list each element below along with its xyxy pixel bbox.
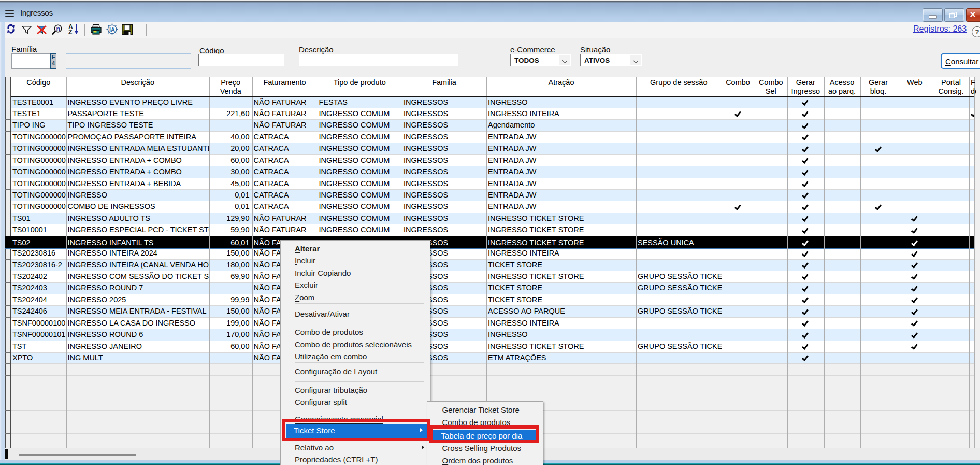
svg-text:n: n: [56, 25, 60, 33]
svg-text:IA: IA: [109, 26, 115, 33]
svg-text:Z: Z: [68, 29, 72, 35]
